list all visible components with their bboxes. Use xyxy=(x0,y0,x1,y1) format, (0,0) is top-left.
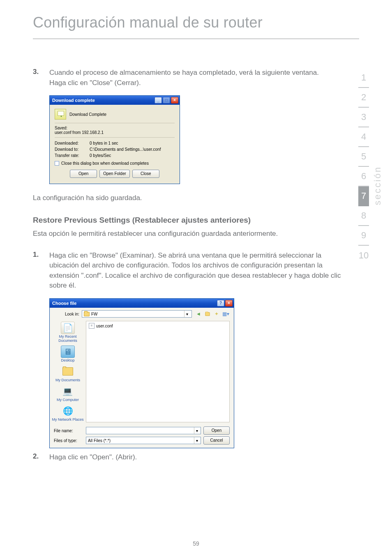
filetype-dropdown[interactable]: All Files (*.*) ▾ xyxy=(86,437,201,444)
lookin-bar: Look in: FW ▾ ◄ ✦ ▦▾ xyxy=(50,308,234,319)
choose-main: 📄 My Recent Documents 🖥 Desktop My Docum… xyxy=(50,319,234,424)
step-3-number: 3. xyxy=(33,68,49,88)
choose-file-dialog: Choose file ? × Look in: FW ▾ ◄ ✦ ▦▾ xyxy=(49,298,234,448)
file-item[interactable]: ≡ user.conf xyxy=(89,323,227,329)
cancel-file-button[interactable]: Cancel xyxy=(203,436,230,445)
step-3-line1: Cuando el proceso de almacenamiento se h… xyxy=(49,69,319,76)
kv-key: Transfer rate: xyxy=(55,152,90,159)
window-close-button[interactable]: × xyxy=(171,97,178,104)
dropdown-arrow-icon: ▾ xyxy=(194,427,200,434)
section-nav-item-4[interactable]: 4 xyxy=(358,127,369,147)
section-nav-item-3[interactable]: 3 xyxy=(358,108,369,127)
dropdown-arrow-icon: ▾ xyxy=(184,311,190,317)
desktop-icon: 🖥 xyxy=(61,346,75,358)
choose-bottom: File name: ▾ Open Files of type: All Fil… xyxy=(50,424,234,448)
filetype-value: All Files (*.*) xyxy=(88,438,111,443)
dialog-heading: Download Complete xyxy=(69,112,106,117)
dialog-divider-1 xyxy=(55,123,175,123)
place-recent[interactable]: 📄 My Recent Documents xyxy=(50,322,86,343)
section-nav-item-1[interactable]: 1 xyxy=(358,68,369,88)
step-2: 2. Haga clic en "Open". (Abrir). xyxy=(33,452,351,463)
open-button[interactable]: Open xyxy=(70,170,97,178)
step-1: 1. Haga clic en "Browse" (Examinar). Se … xyxy=(33,251,351,291)
section-nav: 1 2 3 4 5 6 7 8 9 10 xyxy=(357,68,371,265)
section-nav-item-8[interactable]: 8 xyxy=(358,206,369,226)
file-pane[interactable]: ≡ user.conf xyxy=(86,321,230,422)
dialog-body: Download Complete Saved: user.conf from … xyxy=(50,105,180,184)
help-button[interactable]: ? xyxy=(217,300,224,307)
close-on-complete-checkbox[interactable] xyxy=(55,161,59,166)
filetype-label: Files of type: xyxy=(54,438,83,443)
lookin-label: Look in: xyxy=(54,312,79,316)
section-nav-item-7[interactable]: 7 xyxy=(358,187,369,206)
download-icon xyxy=(55,109,66,120)
dialog-heading-row: Download Complete xyxy=(55,109,175,120)
kv-value: 0 bytes in 1 sec xyxy=(90,140,118,146)
toolbar-icons: ◄ ✦ ▦▾ xyxy=(194,310,230,318)
folder-icon xyxy=(84,312,90,316)
up-folder-icon[interactable] xyxy=(203,310,212,318)
step-1-number: 1. xyxy=(33,251,49,291)
filename-row: File name: ▾ Open xyxy=(54,426,230,435)
section-nav-item-10[interactable]: 10 xyxy=(358,246,369,265)
seccion-label: sección xyxy=(372,166,383,205)
new-folder-icon[interactable]: ✦ xyxy=(212,310,221,318)
step-3: 3. Cuando el proceso de almacenamiento s… xyxy=(33,68,351,88)
window-buttons: _ □ × xyxy=(154,97,178,104)
lookin-dropdown[interactable]: FW ▾ xyxy=(82,310,192,318)
back-icon[interactable]: ◄ xyxy=(194,310,203,318)
computer-icon: 💻 xyxy=(61,385,75,397)
checkbox-label: Close this dialog box when download comp… xyxy=(61,161,149,166)
place-documents[interactable]: My Documents xyxy=(55,365,80,383)
config-saved-text: La configuración ha sido guardada. xyxy=(33,193,351,203)
dropdown-arrow-icon: ▾ xyxy=(194,437,200,444)
choose-titlebar: Choose file ? × xyxy=(50,299,234,308)
lookin-value: FW xyxy=(91,312,98,316)
step-3-body: Cuando el proceso de almacenamiento se h… xyxy=(49,68,351,88)
dialog-titlebar: Download complete _ □ × xyxy=(50,96,180,105)
close-button[interactable]: Close xyxy=(132,170,159,178)
download-complete-dialog: Download complete _ □ × Download Complet… xyxy=(49,95,180,184)
recent-icon: 📄 xyxy=(61,322,75,334)
place-label: My Documents xyxy=(55,378,80,383)
filetype-row: Files of type: All Files (*.*) ▾ Cancel xyxy=(54,436,230,445)
dialog-divider-2 xyxy=(55,137,175,138)
kv-row: Download to:C:\Documents and Settings...… xyxy=(55,146,175,152)
choose-close-button[interactable]: × xyxy=(225,300,233,307)
place-label: Desktop xyxy=(61,359,74,363)
open-file-button[interactable]: Open xyxy=(203,426,230,435)
section-nav-item-2[interactable]: 2 xyxy=(358,88,369,108)
place-label: My Computer xyxy=(57,398,79,402)
kv-value: C:\Documents and Settings...\user.conf xyxy=(90,146,161,152)
filename-input[interactable]: ▾ xyxy=(86,427,201,434)
step-1-body: Haga clic en "Browse" (Examinar). Se abr… xyxy=(49,251,351,291)
kv-key: Downloaded: xyxy=(55,140,90,146)
page-number: 59 xyxy=(0,540,392,547)
open-folder-button[interactable]: Open Folder xyxy=(99,170,130,178)
place-desktop[interactable]: 🖥 Desktop xyxy=(61,346,75,363)
restore-heading: Restore Previous Settings (Restablecer a… xyxy=(33,216,351,225)
minimize-button[interactable]: _ xyxy=(154,97,162,104)
step-2-number: 2. xyxy=(33,452,49,463)
maximize-button: □ xyxy=(163,97,170,104)
step-3-line2: Haga clic en "Close" (Cerrar). xyxy=(49,79,141,87)
places-bar: 📄 My Recent Documents 🖥 Desktop My Docum… xyxy=(50,319,86,424)
file-icon: ≡ xyxy=(89,323,95,329)
checkbox-row: Close this dialog box when download comp… xyxy=(55,161,175,166)
documents-icon xyxy=(61,365,75,378)
section-nav-item-5[interactable]: 5 xyxy=(358,147,369,167)
content-area: 3. Cuando el proceso de almacenamiento s… xyxy=(0,39,392,463)
section-nav-item-6[interactable]: 6 xyxy=(358,167,369,187)
kv-row: Downloaded:0 bytes in 1 sec xyxy=(55,140,175,146)
place-label: My Network Places xyxy=(52,418,83,422)
section-nav-item-9[interactable]: 9 xyxy=(358,226,369,246)
view-menu-icon[interactable]: ▦▾ xyxy=(221,310,230,318)
restore-intro: Esta opción le permitirá restablecer una… xyxy=(33,229,351,239)
kv-value: 0 bytes/Sec xyxy=(90,152,111,159)
filename-label: File name: xyxy=(54,429,83,433)
place-computer[interactable]: 💻 My Computer xyxy=(57,385,79,402)
place-network[interactable]: 🌐 My Network Places xyxy=(52,405,83,422)
choose-window-buttons: ? × xyxy=(217,300,233,307)
kv-key: Download to: xyxy=(55,146,90,152)
dialog-buttons: Open Open Folder Close xyxy=(55,170,175,180)
